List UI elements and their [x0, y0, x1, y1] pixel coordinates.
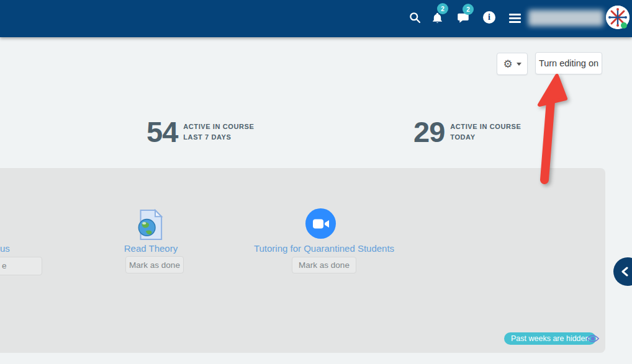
stat-value: 29 [413, 117, 445, 146]
chevron-left-icon [621, 267, 628, 277]
mark-as-done-button[interactable]: Mark as done [125, 256, 184, 273]
user-name-blurred[interactable] [528, 10, 603, 26]
stat-active-7days: 54 ACTIVE IN COURSE LAST 7 DAYS [147, 117, 254, 146]
mark-as-done-button[interactable]: Mark as done [292, 257, 356, 273]
zoom-meeting-icon[interactable] [305, 208, 336, 239]
past-weeks-hidden-badge: Past weeks are hidden [504, 332, 596, 345]
activity-link-tutoring[interactable]: Tutoring for Quarantined Students [243, 243, 405, 254]
stat-label-line2: LAST 7 DAYS [183, 132, 254, 143]
stat-active-today: 29 ACTIVE IN COURSE TODAY [413, 117, 521, 146]
turn-editing-on-button[interactable]: Turn editing on [535, 52, 602, 74]
stat-label-line1: ACTIVE IN COURSE [183, 122, 254, 132]
gear-icon: ⚙ [503, 59, 512, 69]
search-icon[interactable] [409, 11, 422, 24]
top-navbar: 2 2 i [0, 0, 632, 37]
online-status-dot [621, 22, 627, 29]
notifications-count-badge[interactable]: 2 [437, 3, 448, 14]
stat-label-line2: TODAY [450, 132, 521, 143]
url-resource-icon[interactable] [135, 209, 167, 243]
button-fragment: e [2, 261, 7, 270]
page: 2 2 i [0, 0, 632, 364]
stat-label-line1: ACTIVE IN COURSE [450, 122, 521, 132]
activity-link-cutoff[interactable]: us [0, 243, 10, 254]
settings-menu-button[interactable]: ⚙ [497, 53, 528, 75]
activity-link-read-theory[interactable]: Read Theory [101, 243, 201, 254]
eye-visibility-icon[interactable] [586, 333, 600, 344]
open-drawer-button[interactable] [613, 257, 632, 286]
info-icon[interactable]: i [483, 11, 495, 24]
stat-value: 54 [147, 117, 178, 146]
mark-as-done-button-cutoff[interactable]: e [0, 257, 42, 275]
chevron-down-icon [517, 63, 521, 66]
messages-count-badge[interactable]: 2 [463, 4, 474, 15]
menu-list-icon[interactable] [509, 14, 521, 23]
